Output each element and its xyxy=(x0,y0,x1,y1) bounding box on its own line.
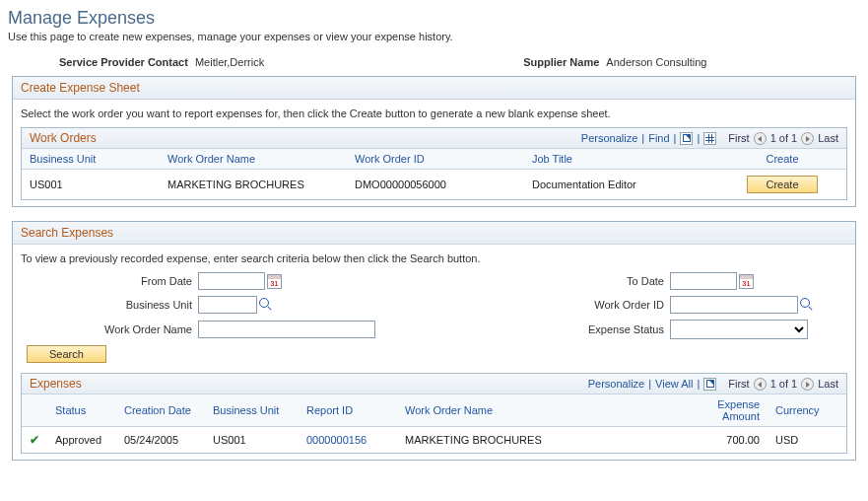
page-title: Manage Expenses xyxy=(8,8,860,29)
personalize-link[interactable]: Personalize xyxy=(581,132,637,144)
expenses-title: Expenses xyxy=(30,377,82,391)
work-orders-header-row: Business Unit Work Order Name Work Order… xyxy=(22,149,846,170)
work-order-id-label: Work Order ID xyxy=(522,299,670,311)
zoom-icon[interactable] xyxy=(703,378,716,391)
work-orders-table: Work Orders Personalize | Find | | First… xyxy=(21,127,847,200)
expenses-table: Expenses Personalize | View All | First … xyxy=(21,373,847,454)
view-all-link[interactable]: View All xyxy=(655,378,693,390)
from-date-label: From Date xyxy=(21,275,198,287)
separator: | xyxy=(697,378,700,390)
search-expenses-title: Search Expenses xyxy=(13,222,855,245)
cell-status: Approved xyxy=(47,427,116,454)
nav-count: 1 of 1 xyxy=(770,132,798,144)
nav-first[interactable]: First xyxy=(728,132,749,144)
col-creation-date[interactable]: Creation Date xyxy=(116,394,205,427)
cell-business-unit: US001 xyxy=(205,427,299,454)
supplier-name-label: Supplier Name xyxy=(523,56,599,68)
separator: | xyxy=(674,132,677,144)
create-expense-instruction: Select the work order you want to report… xyxy=(21,107,847,119)
col-work-order-name[interactable]: Work Order Name xyxy=(397,394,689,427)
nav-last[interactable]: Last xyxy=(818,378,838,390)
nav-first[interactable]: First xyxy=(728,378,749,390)
separator: | xyxy=(648,378,651,390)
prev-icon[interactable] xyxy=(754,378,767,391)
col-expense-amount[interactable]: Expense Amount xyxy=(689,394,768,427)
cell-work-order-name: MARKETING BROCHURES xyxy=(397,427,689,454)
expense-row: ✔ Approved 05/24/2005 US001 0000000156 M… xyxy=(22,427,846,454)
expense-status-label: Expense Status xyxy=(522,323,670,335)
business-unit-input[interactable] xyxy=(198,296,257,314)
search-expenses-instruction: To view a previously recorded expense, e… xyxy=(21,252,847,264)
cell-business-unit: US001 xyxy=(22,170,160,200)
calendar-icon[interactable] xyxy=(739,274,754,289)
personalize-link[interactable]: Personalize xyxy=(588,378,644,390)
cell-currency: USD xyxy=(768,427,846,454)
to-date-label: To Date xyxy=(522,275,670,287)
page-description: Use this page to create new expenses, ma… xyxy=(8,31,860,42)
lookup-icon[interactable] xyxy=(259,298,273,312)
next-icon[interactable] xyxy=(801,132,814,145)
search-button[interactable]: Search xyxy=(27,345,106,363)
prev-icon[interactable] xyxy=(754,132,767,145)
col-job-title[interactable]: Job Title xyxy=(524,149,718,170)
cell-work-order-id: DMO00000056000 xyxy=(347,170,524,200)
create-button[interactable]: Create xyxy=(747,176,817,193)
search-expenses-panel: Search Expenses To view a previously rec… xyxy=(12,221,856,461)
provider-contact-value: Meitler,Derrick xyxy=(195,56,264,68)
expense-status-select[interactable] xyxy=(670,320,808,339)
work-order-row: US001 MARKETING BROCHURES DMO00000056000… xyxy=(22,170,846,200)
download-icon[interactable] xyxy=(703,132,716,145)
col-currency[interactable]: Currency xyxy=(768,394,846,427)
col-work-order-name[interactable]: Work Order Name xyxy=(160,149,347,170)
work-order-id-input[interactable] xyxy=(670,296,798,314)
separator: | xyxy=(641,132,644,144)
from-date-input[interactable] xyxy=(198,272,265,290)
col-business-unit[interactable]: Business Unit xyxy=(205,394,299,427)
work-orders-title: Work Orders xyxy=(30,131,97,145)
col-report-id[interactable]: Report ID xyxy=(299,394,397,427)
create-expense-title: Create Expense Sheet xyxy=(13,77,855,100)
business-unit-label: Business Unit xyxy=(21,299,198,311)
find-link[interactable]: Find xyxy=(648,132,669,144)
separator: | xyxy=(697,132,700,144)
cell-creation-date: 05/24/2005 xyxy=(116,427,205,454)
col-status[interactable]: Status xyxy=(47,394,116,427)
zoom-icon[interactable] xyxy=(680,132,693,145)
expenses-header-row: Status Creation Date Business Unit Repor… xyxy=(22,394,846,427)
to-date-input[interactable] xyxy=(670,272,737,290)
report-id-link[interactable]: 0000000156 xyxy=(306,434,367,446)
col-work-order-id[interactable]: Work Order ID xyxy=(347,149,524,170)
cell-expense-amount: 700.00 xyxy=(689,427,768,454)
lookup-icon[interactable] xyxy=(800,298,814,312)
create-expense-panel: Create Expense Sheet Select the work ord… xyxy=(12,76,856,207)
nav-count: 1 of 1 xyxy=(770,378,798,390)
work-order-name-input[interactable] xyxy=(198,321,375,338)
cell-work-order-name: MARKETING BROCHURES xyxy=(160,170,347,200)
col-business-unit[interactable]: Business Unit xyxy=(22,149,160,170)
calendar-icon[interactable] xyxy=(267,274,282,289)
provider-contact-label: Service Provider Contact xyxy=(59,56,188,68)
check-icon: ✔ xyxy=(30,433,39,447)
next-icon[interactable] xyxy=(801,378,814,391)
contact-row: Service Provider Contact Meitler,Derrick… xyxy=(8,56,860,68)
supplier-name-value: Anderson Consulting xyxy=(606,56,706,68)
nav-last[interactable]: Last xyxy=(818,132,838,144)
col-create: Create xyxy=(718,149,846,170)
work-order-name-label: Work Order Name xyxy=(21,323,198,335)
cell-job-title: Documentation Editor xyxy=(524,170,718,200)
